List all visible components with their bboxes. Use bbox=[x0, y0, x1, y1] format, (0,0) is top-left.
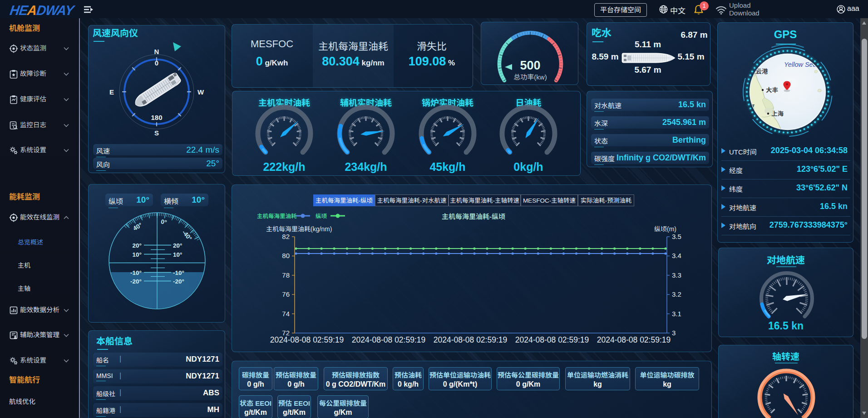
svg-text:80: 80 bbox=[282, 252, 290, 259]
svg-text:2024-08-08 02:59:19: 2024-08-08 02:59:19 bbox=[270, 335, 344, 344]
svg-text:10°: 10° bbox=[173, 251, 182, 258]
svg-text:E: E bbox=[109, 88, 114, 96]
svg-text:40°: 40° bbox=[132, 221, 143, 232]
svg-text:2024-08-08 02:59:19: 2024-08-08 02:59:19 bbox=[352, 335, 426, 344]
svg-text:78: 78 bbox=[282, 271, 290, 279]
svg-text:-10°: -10° bbox=[173, 269, 184, 276]
svg-text:0°: 0° bbox=[160, 218, 167, 226]
svg-text:3.3: 3.3 bbox=[672, 271, 681, 279]
svg-text:S: S bbox=[154, 129, 159, 137]
svg-text:3.2: 3.2 bbox=[672, 290, 681, 298]
svg-text:-10°: -10° bbox=[130, 269, 142, 276]
svg-text:3.4: 3.4 bbox=[672, 252, 681, 259]
svg-text:上海: 上海 bbox=[771, 110, 784, 117]
svg-text:76: 76 bbox=[282, 290, 290, 298]
svg-text:N: N bbox=[154, 48, 159, 55]
svg-text:20°: 20° bbox=[133, 242, 142, 249]
svg-text:3: 3 bbox=[672, 329, 676, 337]
svg-text:W: W bbox=[197, 88, 204, 96]
svg-text:180: 180 bbox=[151, 114, 162, 121]
svg-text:82: 82 bbox=[282, 233, 290, 240]
svg-text:10°: 10° bbox=[133, 251, 142, 258]
svg-text:3.5: 3.5 bbox=[672, 233, 681, 240]
svg-text:-20°: -20° bbox=[173, 278, 184, 285]
svg-text:大丰: 大丰 bbox=[766, 87, 778, 94]
svg-text:0: 0 bbox=[155, 59, 158, 67]
svg-text:2024-08-08 02:59:19: 2024-08-08 02:59:19 bbox=[434, 335, 508, 344]
svg-text:-20°: -20° bbox=[130, 278, 142, 285]
svg-text:Yellow Sea: Yellow Sea bbox=[784, 61, 817, 68]
svg-text:-40°: -40° bbox=[181, 229, 193, 242]
svg-text:3.1: 3.1 bbox=[672, 310, 681, 318]
svg-text:2024-08-08 02:59:19: 2024-08-08 02:59:19 bbox=[597, 335, 671, 344]
svg-text:20°: 20° bbox=[173, 242, 182, 249]
svg-text:2024-08-08 02:59:19: 2024-08-08 02:59:19 bbox=[515, 335, 589, 344]
svg-text:74: 74 bbox=[282, 310, 290, 318]
